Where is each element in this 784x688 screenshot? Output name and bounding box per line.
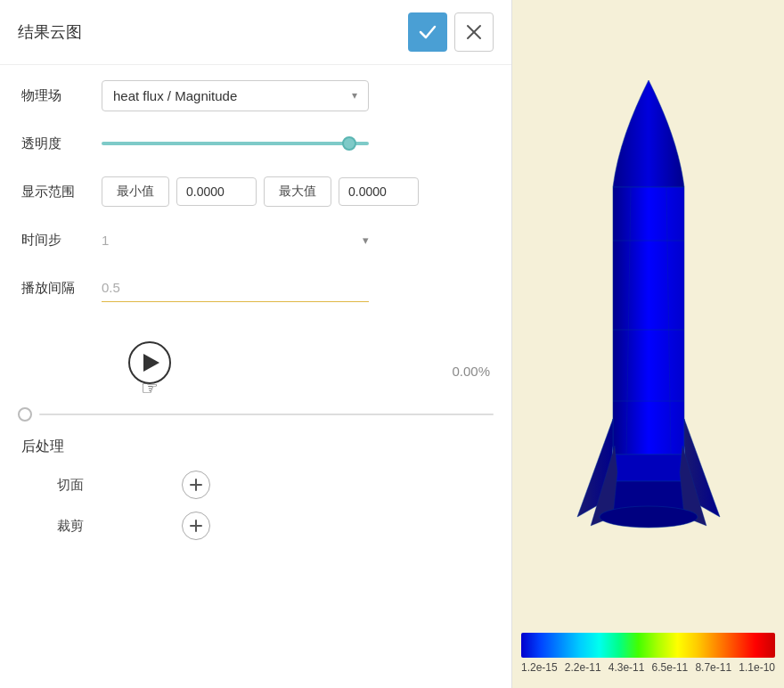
post-processing-section: 后处理 切面 裁剪	[0, 429, 511, 561]
rocket-container	[512, 0, 784, 624]
close-button[interactable]	[454, 12, 494, 52]
transparency-label: 透明度	[21, 135, 102, 152]
color-label-5: 1.1e-10	[739, 661, 775, 674]
section-row: 切面	[21, 471, 490, 499]
plus-icon	[189, 519, 203, 533]
left-panel: 结果云图 物理场	[0, 0, 512, 688]
color-label-0: 1.2e-15	[521, 661, 558, 674]
color-label-2: 4.3e-11	[608, 661, 645, 674]
physics-field-label: 物理场	[21, 87, 102, 104]
clip-label: 裁剪	[57, 518, 128, 535]
transparency-content	[102, 142, 490, 145]
right-panel: 1.2e-15 2.2e-11 4.3e-11 6.5e-11 8.7e-11 …	[512, 0, 784, 688]
transparency-row: 透明度	[21, 127, 490, 160]
range-container: 最小值 最大值	[102, 176, 419, 207]
interval-content	[102, 274, 490, 302]
header-buttons	[408, 12, 494, 52]
min-value-button[interactable]: 最小值	[102, 176, 169, 207]
plus-icon	[189, 478, 203, 492]
post-processing-title: 后处理	[21, 438, 490, 456]
time-step-chevron-icon: ▾	[363, 233, 369, 247]
play-icon	[143, 354, 159, 372]
svg-point-7	[600, 506, 698, 528]
color-label-4: 8.7e-11	[695, 661, 731, 674]
time-step-content: 1 ▾	[102, 233, 490, 248]
cursor-hand-icon: ☞	[141, 377, 159, 400]
svg-rect-6	[613, 187, 684, 455]
display-range-label: 显示范围	[21, 184, 102, 201]
time-step-value: 1	[102, 233, 109, 248]
form-section: 物理场 heat flux / Magnitude ▾ 透明度 显示范围	[0, 65, 511, 334]
panel-title: 结果云图	[18, 21, 82, 43]
close-icon	[466, 24, 482, 40]
display-range-row: 显示范围 最小值 最大值	[21, 176, 490, 208]
progress-track	[39, 414, 494, 415]
time-step-container[interactable]: 1 ▾	[102, 233, 369, 248]
time-step-label: 时间步	[21, 232, 102, 249]
interval-row: 播放间隔	[21, 272, 490, 304]
interval-input[interactable]	[102, 274, 369, 302]
progress-circle-indicator	[18, 407, 32, 422]
confirm-button[interactable]	[408, 12, 447, 52]
min-value-input[interactable]	[176, 177, 257, 206]
section-add-button[interactable]	[182, 471, 210, 499]
clip-add-button[interactable]	[182, 512, 210, 540]
progress-percent: 0.00%	[452, 364, 490, 379]
physics-field-dropdown[interactable]: heat flux / Magnitude ▾	[102, 80, 369, 111]
play-area: ☞ 0.00%	[0, 334, 511, 407]
color-bar-section: 1.2e-15 2.2e-11 4.3e-11 6.5e-11 8.7e-11 …	[512, 624, 784, 688]
color-label-3: 6.5e-11	[652, 661, 689, 674]
play-button[interactable]: ☞	[128, 341, 171, 400]
physics-field-value: heat flux / Magnitude	[113, 88, 237, 103]
progress-row	[0, 407, 511, 422]
color-labels: 1.2e-15 2.2e-11 4.3e-11 6.5e-11 8.7e-11 …	[521, 658, 775, 674]
transparency-slider[interactable]	[102, 142, 369, 145]
progress-bar-container	[18, 407, 494, 422]
section-label: 切面	[57, 477, 128, 494]
rocket-3d-view	[559, 62, 738, 561]
checkmark-icon	[418, 22, 437, 42]
max-value-button[interactable]: 最大值	[264, 176, 331, 207]
color-gradient-bar	[521, 633, 775, 658]
physics-field-content: heat flux / Magnitude ▾	[102, 80, 490, 111]
max-value-input[interactable]	[339, 177, 419, 206]
clip-row: 裁剪	[21, 512, 490, 540]
physics-field-row: 物理场 heat flux / Magnitude ▾	[21, 79, 490, 111]
chevron-down-icon: ▾	[352, 89, 357, 102]
display-range-content: 最小值 最大值	[102, 176, 490, 207]
panel-header: 结果云图	[0, 0, 511, 65]
color-label-1: 2.2e-11	[565, 661, 601, 674]
interval-label: 播放间隔	[21, 280, 102, 297]
time-step-row: 时间步 1 ▾	[21, 224, 490, 256]
